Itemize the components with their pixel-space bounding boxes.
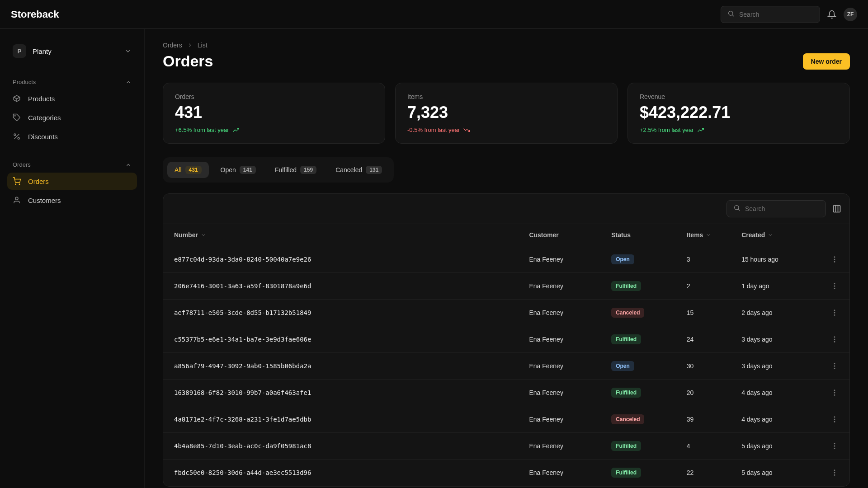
svg-point-23 [834, 337, 835, 338]
column-header-created[interactable]: Created [731, 224, 820, 246]
tab-count: 159 [300, 166, 316, 174]
cell-customer: Ena Feeney [518, 300, 600, 326]
svg-point-9 [735, 206, 739, 210]
table-row[interactable]: 206e7416-3001-3a63-a59f-8301878a9e6d Ena… [163, 273, 849, 300]
row-actions-button[interactable] [830, 282, 839, 290]
row-actions-button[interactable] [830, 362, 839, 370]
tab-count: 141 [240, 166, 256, 174]
svg-point-40 [834, 475, 835, 476]
chevron-down-icon [201, 232, 206, 238]
breadcrumb-parent[interactable]: Orders [163, 42, 182, 49]
sidebar-item-customers[interactable]: Customers [7, 192, 137, 209]
table-row[interactable]: 16389168-6f82-3010-99b7-a0a6f463afe1 Ena… [163, 380, 849, 406]
row-actions-button[interactable] [830, 335, 839, 343]
svg-point-24 [834, 339, 835, 340]
svg-point-28 [834, 368, 835, 369]
cell-created: 15 hours ago [731, 246, 820, 273]
table-row[interactable]: 4a8171e2-4f7c-3268-a231-3fe1d7ae5dbb Ena… [163, 406, 849, 433]
tab-fulfilled[interactable]: Fulfilled 159 [268, 162, 324, 178]
column-header-number[interactable]: Number [163, 224, 518, 246]
status-badge: Fulfilled [611, 441, 641, 451]
cell-number: 206e7416-3001-3a63-a59f-8301878a9e6d [163, 273, 518, 300]
sidebar-item-discounts[interactable]: Discounts [7, 128, 137, 145]
main-content: Orders List Orders New order Orders 431 … [145, 29, 868, 488]
global-search-input[interactable] [739, 11, 813, 18]
sidebar: P Planty Products Products [0, 29, 145, 488]
stat-value: $423,222.71 [640, 103, 838, 122]
svg-point-33 [834, 419, 835, 420]
status-badge: Open [611, 361, 634, 371]
sidebar-item-orders[interactable]: Orders [7, 173, 137, 190]
cell-items: 4 [676, 433, 731, 460]
table-row[interactable]: 4b4a8e85-7d10-3eab-ac0c-da9f05981ac8 Ena… [163, 433, 849, 460]
stat-delta: -0.5% from last year [407, 127, 605, 133]
tab-count: 431 [185, 166, 202, 174]
stat-delta: +6.5% from last year [175, 127, 373, 133]
brand-logo[interactable]: Storeback [11, 9, 59, 20]
sidebar-item-label: Customers [28, 197, 61, 204]
global-search[interactable] [721, 6, 820, 23]
more-vertical-icon [830, 415, 839, 423]
cell-status: Fulfilled [600, 460, 676, 486]
cart-icon [13, 177, 22, 185]
row-actions-button[interactable] [830, 442, 839, 450]
svg-point-6 [15, 184, 16, 185]
svg-point-22 [834, 315, 835, 316]
new-order-button[interactable]: New order [803, 53, 850, 70]
stat-value: 431 [175, 103, 373, 122]
column-header-items[interactable]: Items [676, 224, 731, 246]
row-actions-button[interactable] [830, 309, 839, 317]
svg-point-39 [834, 472, 835, 473]
svg-point-8 [15, 197, 18, 200]
row-actions-button[interactable] [830, 255, 839, 263]
table-row[interactable]: a856af79-4947-3092-9ab0-1585b06bda2a Ena… [163, 353, 849, 380]
cell-customer: Ena Feeney [518, 326, 600, 353]
row-actions-button[interactable] [830, 469, 839, 477]
svg-point-14 [834, 257, 835, 258]
page-title: Orders [163, 52, 213, 70]
tab-open[interactable]: Open 141 [213, 162, 263, 178]
row-actions-button[interactable] [830, 415, 839, 423]
search-icon [733, 204, 741, 213]
sidebar-item-label: Products [28, 95, 55, 103]
cell-items: 24 [676, 326, 731, 353]
sidebar-item-label: Categories [28, 114, 61, 122]
chevron-up-icon [125, 79, 132, 85]
sidebar-item-categories[interactable]: Categories [7, 109, 137, 126]
cell-customer: Ena Feeney [518, 406, 600, 433]
svg-point-32 [834, 417, 835, 418]
cell-created: 1 day ago [731, 273, 820, 300]
column-header-customer[interactable]: Customer [518, 224, 600, 246]
cell-items: 30 [676, 353, 731, 380]
svg-rect-11 [834, 206, 840, 212]
store-logo: P [13, 44, 26, 58]
sidebar-item-products[interactable]: Products [7, 90, 137, 107]
column-header-status[interactable]: Status [600, 224, 676, 246]
cell-status: Fulfilled [600, 326, 676, 353]
table-row[interactable]: c55377b5-e6e1-34a1-ba7e-3e9d3fae606e Ena… [163, 326, 849, 353]
cell-items: 15 [676, 300, 731, 326]
stat-card: Orders 431 +6.5% from last year [163, 83, 385, 144]
cell-number: e877c04d-93da-3da0-8240-50040a7e9e26 [163, 246, 518, 273]
tab-label: Open [221, 166, 236, 174]
cell-items: 20 [676, 380, 731, 406]
trend-up-icon [698, 127, 704, 133]
cell-items: 22 [676, 460, 731, 486]
table-search-input[interactable] [745, 205, 819, 212]
user-avatar[interactable]: ZF [844, 8, 857, 21]
tab-canceled[interactable]: Canceled 131 [328, 162, 389, 178]
tab-all[interactable]: All 431 [167, 162, 209, 178]
sidebar-header-products[interactable]: Products [7, 76, 137, 88]
orders-table: Number Customer Status Items Created [163, 224, 849, 486]
notifications-button[interactable] [827, 10, 836, 19]
table-row[interactable]: aef78711-e505-3cde-8d55-b17132b51849 Ena… [163, 300, 849, 326]
status-badge: Canceled [611, 414, 644, 424]
row-actions-button[interactable] [830, 389, 839, 397]
sidebar-header-orders[interactable]: Orders [7, 159, 137, 171]
table-search[interactable] [726, 200, 826, 217]
store-switcher[interactable]: P Planty [7, 40, 137, 62]
table-row[interactable]: e877c04d-93da-3da0-8240-50040a7e9e26 Ena… [163, 246, 849, 273]
table-row[interactable]: fbdc50e0-8250-30d6-a44d-ae3ec5513d96 Ena… [163, 460, 849, 486]
columns-toggle-button[interactable] [832, 204, 841, 213]
cell-items: 3 [676, 246, 731, 273]
